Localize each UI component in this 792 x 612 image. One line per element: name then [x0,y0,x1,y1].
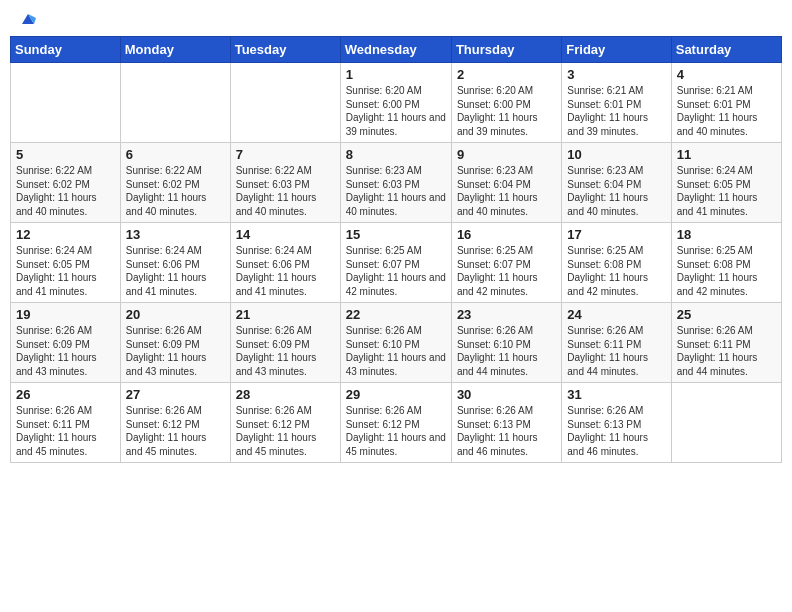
calendar-cell: 6Sunrise: 6:22 AMSunset: 6:02 PMDaylight… [120,143,230,223]
calendar-cell: 12Sunrise: 6:24 AMSunset: 6:05 PMDayligh… [11,223,121,303]
day-number: 25 [677,307,776,322]
day-info: Sunrise: 6:26 AMSunset: 6:09 PMDaylight:… [236,324,335,378]
calendar-week-2: 5Sunrise: 6:22 AMSunset: 6:02 PMDaylight… [11,143,782,223]
day-number: 21 [236,307,335,322]
day-number: 6 [126,147,225,162]
calendar-cell: 7Sunrise: 6:22 AMSunset: 6:03 PMDaylight… [230,143,340,223]
day-info: Sunrise: 6:26 AMSunset: 6:12 PMDaylight:… [346,404,446,458]
day-info: Sunrise: 6:25 AMSunset: 6:07 PMDaylight:… [457,244,556,298]
day-info: Sunrise: 6:23 AMSunset: 6:03 PMDaylight:… [346,164,446,218]
calendar-cell: 3Sunrise: 6:21 AMSunset: 6:01 PMDaylight… [562,63,671,143]
day-info: Sunrise: 6:20 AMSunset: 6:00 PMDaylight:… [457,84,556,138]
calendar-cell: 24Sunrise: 6:26 AMSunset: 6:11 PMDayligh… [562,303,671,383]
day-number: 13 [126,227,225,242]
day-number: 5 [16,147,115,162]
weekday-header-sunday: Sunday [11,37,121,63]
day-number: 12 [16,227,115,242]
calendar-cell: 20Sunrise: 6:26 AMSunset: 6:09 PMDayligh… [120,303,230,383]
calendar-cell [120,63,230,143]
calendar-cell: 14Sunrise: 6:24 AMSunset: 6:06 PMDayligh… [230,223,340,303]
day-info: Sunrise: 6:25 AMSunset: 6:07 PMDaylight:… [346,244,446,298]
calendar-cell: 18Sunrise: 6:25 AMSunset: 6:08 PMDayligh… [671,223,781,303]
day-number: 3 [567,67,665,82]
day-info: Sunrise: 6:24 AMSunset: 6:06 PMDaylight:… [126,244,225,298]
day-info: Sunrise: 6:22 AMSunset: 6:03 PMDaylight:… [236,164,335,218]
calendar-cell: 9Sunrise: 6:23 AMSunset: 6:04 PMDaylight… [451,143,561,223]
calendar-cell: 22Sunrise: 6:26 AMSunset: 6:10 PMDayligh… [340,303,451,383]
calendar-cell: 10Sunrise: 6:23 AMSunset: 6:04 PMDayligh… [562,143,671,223]
weekday-header-monday: Monday [120,37,230,63]
day-info: Sunrise: 6:26 AMSunset: 6:11 PMDaylight:… [16,404,115,458]
calendar-cell: 21Sunrise: 6:26 AMSunset: 6:09 PMDayligh… [230,303,340,383]
day-info: Sunrise: 6:22 AMSunset: 6:02 PMDaylight:… [126,164,225,218]
day-number: 1 [346,67,446,82]
calendar-cell: 29Sunrise: 6:26 AMSunset: 6:12 PMDayligh… [340,383,451,463]
logo-icon [18,10,38,30]
day-info: Sunrise: 6:23 AMSunset: 6:04 PMDaylight:… [567,164,665,218]
day-number: 8 [346,147,446,162]
day-info: Sunrise: 6:26 AMSunset: 6:13 PMDaylight:… [567,404,665,458]
page-header [10,10,782,28]
calendar-header-row: SundayMondayTuesdayWednesdayThursdayFrid… [11,37,782,63]
day-info: Sunrise: 6:21 AMSunset: 6:01 PMDaylight:… [567,84,665,138]
day-number: 17 [567,227,665,242]
calendar-cell: 19Sunrise: 6:26 AMSunset: 6:09 PMDayligh… [11,303,121,383]
calendar-cell: 27Sunrise: 6:26 AMSunset: 6:12 PMDayligh… [120,383,230,463]
day-info: Sunrise: 6:24 AMSunset: 6:06 PMDaylight:… [236,244,335,298]
calendar-cell: 13Sunrise: 6:24 AMSunset: 6:06 PMDayligh… [120,223,230,303]
day-info: Sunrise: 6:24 AMSunset: 6:05 PMDaylight:… [677,164,776,218]
calendar-cell: 15Sunrise: 6:25 AMSunset: 6:07 PMDayligh… [340,223,451,303]
day-number: 7 [236,147,335,162]
day-number: 4 [677,67,776,82]
weekday-header-friday: Friday [562,37,671,63]
day-info: Sunrise: 6:20 AMSunset: 6:00 PMDaylight:… [346,84,446,138]
day-number: 18 [677,227,776,242]
calendar-cell: 16Sunrise: 6:25 AMSunset: 6:07 PMDayligh… [451,223,561,303]
day-info: Sunrise: 6:26 AMSunset: 6:11 PMDaylight:… [677,324,776,378]
day-number: 9 [457,147,556,162]
calendar-cell: 31Sunrise: 6:26 AMSunset: 6:13 PMDayligh… [562,383,671,463]
day-info: Sunrise: 6:22 AMSunset: 6:02 PMDaylight:… [16,164,115,218]
day-number: 29 [346,387,446,402]
calendar-week-1: 1Sunrise: 6:20 AMSunset: 6:00 PMDaylight… [11,63,782,143]
day-number: 31 [567,387,665,402]
weekday-header-tuesday: Tuesday [230,37,340,63]
day-number: 22 [346,307,446,322]
day-info: Sunrise: 6:23 AMSunset: 6:04 PMDaylight:… [457,164,556,218]
day-info: Sunrise: 6:21 AMSunset: 6:01 PMDaylight:… [677,84,776,138]
calendar-week-5: 26Sunrise: 6:26 AMSunset: 6:11 PMDayligh… [11,383,782,463]
day-info: Sunrise: 6:26 AMSunset: 6:12 PMDaylight:… [126,404,225,458]
weekday-header-wednesday: Wednesday [340,37,451,63]
day-number: 19 [16,307,115,322]
day-number: 15 [346,227,446,242]
day-info: Sunrise: 6:26 AMSunset: 6:13 PMDaylight:… [457,404,556,458]
weekday-header-thursday: Thursday [451,37,561,63]
day-number: 28 [236,387,335,402]
day-info: Sunrise: 6:25 AMSunset: 6:08 PMDaylight:… [677,244,776,298]
day-info: Sunrise: 6:26 AMSunset: 6:11 PMDaylight:… [567,324,665,378]
day-info: Sunrise: 6:26 AMSunset: 6:10 PMDaylight:… [346,324,446,378]
calendar-cell [11,63,121,143]
calendar-week-3: 12Sunrise: 6:24 AMSunset: 6:05 PMDayligh… [11,223,782,303]
calendar-cell: 5Sunrise: 6:22 AMSunset: 6:02 PMDaylight… [11,143,121,223]
calendar-cell: 1Sunrise: 6:20 AMSunset: 6:00 PMDaylight… [340,63,451,143]
day-number: 14 [236,227,335,242]
day-number: 20 [126,307,225,322]
calendar-cell: 28Sunrise: 6:26 AMSunset: 6:12 PMDayligh… [230,383,340,463]
calendar-cell: 11Sunrise: 6:24 AMSunset: 6:05 PMDayligh… [671,143,781,223]
day-number: 23 [457,307,556,322]
calendar-cell: 2Sunrise: 6:20 AMSunset: 6:00 PMDaylight… [451,63,561,143]
calendar-cell: 23Sunrise: 6:26 AMSunset: 6:10 PMDayligh… [451,303,561,383]
day-number: 26 [16,387,115,402]
day-info: Sunrise: 6:24 AMSunset: 6:05 PMDaylight:… [16,244,115,298]
calendar-body: 1Sunrise: 6:20 AMSunset: 6:00 PMDaylight… [11,63,782,463]
day-number: 2 [457,67,556,82]
day-number: 10 [567,147,665,162]
calendar-cell [671,383,781,463]
day-info: Sunrise: 6:26 AMSunset: 6:12 PMDaylight:… [236,404,335,458]
day-info: Sunrise: 6:26 AMSunset: 6:09 PMDaylight:… [126,324,225,378]
day-info: Sunrise: 6:26 AMSunset: 6:10 PMDaylight:… [457,324,556,378]
calendar-cell: 30Sunrise: 6:26 AMSunset: 6:13 PMDayligh… [451,383,561,463]
day-number: 24 [567,307,665,322]
day-number: 11 [677,147,776,162]
